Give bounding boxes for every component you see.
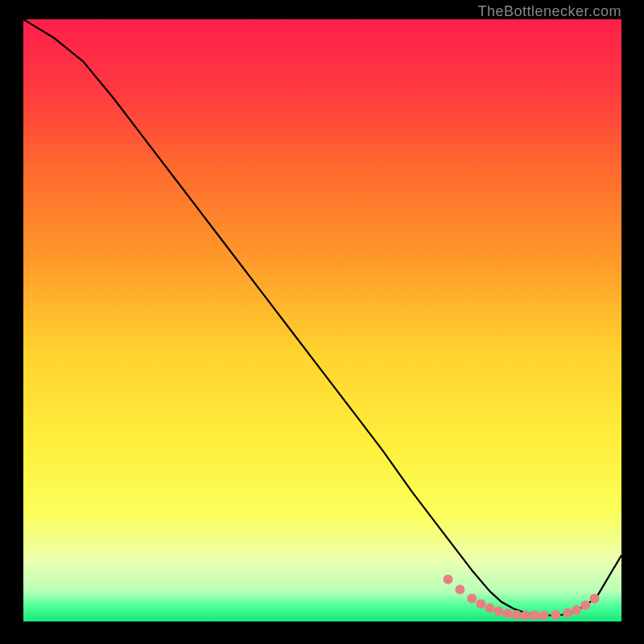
svg-rect-0 bbox=[23, 19, 621, 621]
watermark-label: TheBottlenecker.com bbox=[477, 3, 621, 20]
chart-root: TheBottlenecker.com bbox=[0, 0, 644, 644]
chart-gradient-background bbox=[23, 19, 621, 621]
